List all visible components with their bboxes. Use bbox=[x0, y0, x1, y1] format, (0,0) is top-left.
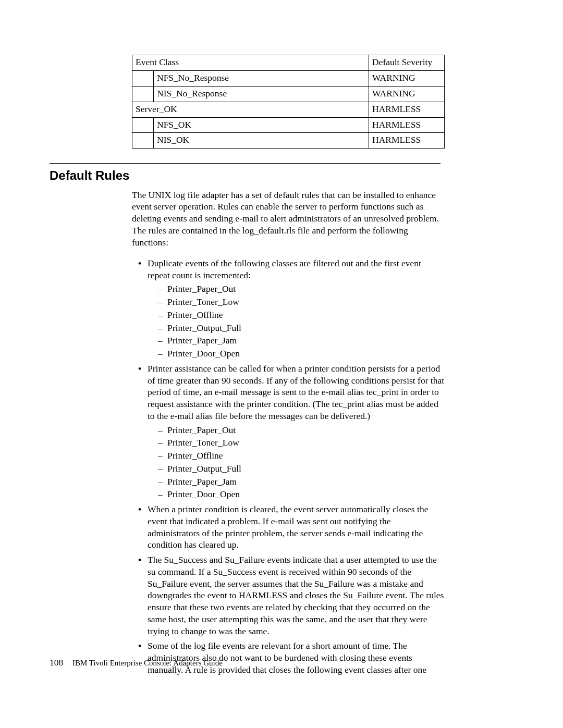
book-title: IBM Tivoli Enterprise Console: Adapters … bbox=[72, 659, 223, 667]
sub-item-text: Printer_Toner_Low bbox=[167, 297, 239, 307]
sub-list: –Printer_Paper_Out –Printer_Toner_Low –P… bbox=[148, 283, 445, 360]
page: Event Class Default Severity NFS_No_Resp… bbox=[0, 0, 563, 728]
dash-icon: – bbox=[158, 283, 163, 295]
indent-cell bbox=[132, 117, 154, 133]
sub-list-item: –Printer_Output_Full bbox=[160, 322, 445, 334]
severity-cell: WARNING bbox=[369, 86, 445, 102]
page-number: 108 bbox=[50, 657, 63, 668]
sub-item-text: Printer_Offline bbox=[167, 310, 223, 320]
dash-icon: – bbox=[158, 296, 163, 308]
bullet-icon: • bbox=[138, 503, 141, 515]
sub-list-item: –Printer_Paper_Out bbox=[160, 283, 445, 295]
sub-list-item: –Printer_Toner_Low bbox=[160, 296, 445, 308]
sub-list-item: –Printer_Toner_Low bbox=[160, 437, 445, 449]
list-item: • Printer assistance can be called for w… bbox=[140, 363, 445, 500]
list-item: • When a printer condition is cleared, t… bbox=[140, 503, 445, 551]
sub-list-item: –Printer_Door_Open bbox=[160, 348, 445, 360]
severity-cell: HARMLESS bbox=[369, 133, 445, 149]
event-name-cell: NFS_No_Response bbox=[154, 70, 369, 86]
list-item-text: Duplicate events of the following classe… bbox=[148, 258, 421, 280]
sub-item-text: Printer_Paper_Out bbox=[167, 425, 236, 435]
sub-list-item: –Printer_Paper_Out bbox=[160, 424, 445, 436]
bullet-icon: • bbox=[138, 554, 141, 566]
list-item: • Duplicate events of the following clas… bbox=[140, 257, 445, 360]
sub-item-text: Printer_Output_Full bbox=[167, 323, 241, 333]
event-class-table: Event Class Default Severity NFS_No_Resp… bbox=[132, 55, 445, 149]
sub-list-item: –Printer_Paper_Jam bbox=[160, 476, 445, 488]
table-row: Server_OK HARMLESS bbox=[132, 102, 445, 117]
indent-cell bbox=[132, 70, 154, 86]
severity-cell: HARMLESS bbox=[369, 102, 445, 117]
bullet-icon: • bbox=[138, 363, 141, 375]
sub-item-text: Printer_Door_Open bbox=[167, 489, 240, 499]
indent-cell bbox=[132, 133, 154, 149]
bullet-icon: • bbox=[138, 640, 141, 652]
bullet-icon: • bbox=[138, 257, 141, 269]
severity-cell: WARNING bbox=[369, 70, 445, 86]
table-row: NIS_OK HARMLESS bbox=[132, 133, 445, 149]
event-name-cell: Server_OK bbox=[132, 102, 369, 117]
page-footer: 108 IBM Tivoli Enterprise Console: Adapt… bbox=[50, 657, 223, 668]
event-name-cell: NFS_OK bbox=[154, 117, 369, 133]
sub-item-text: Printer_Paper_Jam bbox=[167, 335, 237, 346]
sub-item-text: Printer_Paper_Jam bbox=[167, 476, 237, 487]
sub-item-text: Printer_Output_Full bbox=[167, 463, 241, 474]
event-table-wrapper: Event Class Default Severity NFS_No_Resp… bbox=[132, 55, 445, 149]
sub-item-text: Printer_Toner_Low bbox=[167, 437, 239, 448]
col-header-default-severity: Default Severity bbox=[369, 55, 445, 71]
event-name-cell: NIS_OK bbox=[154, 133, 369, 149]
dash-icon: – bbox=[158, 463, 163, 475]
table-row: NFS_OK HARMLESS bbox=[132, 117, 445, 133]
dash-icon: – bbox=[158, 335, 163, 347]
dash-icon: – bbox=[158, 476, 163, 488]
event-name-cell: NIS_No_Response bbox=[154, 86, 369, 102]
sub-list-item: –Printer_Offline bbox=[160, 309, 445, 321]
dash-icon: – bbox=[158, 437, 163, 449]
sub-item-text: Printer_Paper_Out bbox=[167, 283, 236, 294]
severity-cell: HARMLESS bbox=[369, 117, 445, 133]
sub-list-item: –Printer_Offline bbox=[160, 450, 445, 462]
sub-list-item: –Printer_Paper_Jam bbox=[160, 335, 445, 347]
table-header-row: Event Class Default Severity bbox=[132, 55, 445, 71]
table-row: NFS_No_Response WARNING bbox=[132, 70, 445, 86]
table-row: NIS_No_Response WARNING bbox=[132, 86, 445, 102]
list-item-text: When a printer condition is cleared, the… bbox=[148, 504, 428, 550]
sub-list-item: –Printer_Output_Full bbox=[160, 463, 445, 475]
body-column: The UNIX log file adapter has a set of d… bbox=[132, 189, 445, 676]
sub-item-text: Printer_Offline bbox=[167, 450, 223, 461]
list-item-text: The Su_Success and Su_Failure events ind… bbox=[148, 554, 444, 636]
list-item: • The Su_Success and Su_Failure events i… bbox=[140, 554, 445, 637]
dash-icon: – bbox=[158, 488, 163, 500]
dash-icon: – bbox=[158, 348, 163, 360]
list-item-text: Printer assistance can be called for whe… bbox=[148, 363, 444, 421]
rules-bullet-list: • Duplicate events of the following clas… bbox=[132, 257, 445, 676]
dash-icon: – bbox=[158, 450, 163, 462]
section-rule bbox=[50, 163, 440, 164]
col-header-event-class: Event Class bbox=[132, 55, 369, 71]
sub-list-item: –Printer_Door_Open bbox=[160, 488, 445, 500]
indent-cell bbox=[132, 86, 154, 102]
intro-paragraph: The UNIX log file adapter has a set of d… bbox=[132, 189, 445, 249]
sub-item-text: Printer_Door_Open bbox=[167, 348, 240, 359]
section-title: Default Rules bbox=[50, 169, 513, 182]
sub-list: –Printer_Paper_Out –Printer_Toner_Low –P… bbox=[148, 424, 445, 501]
dash-icon: – bbox=[158, 322, 163, 334]
dash-icon: – bbox=[158, 309, 163, 321]
dash-icon: – bbox=[158, 424, 163, 436]
